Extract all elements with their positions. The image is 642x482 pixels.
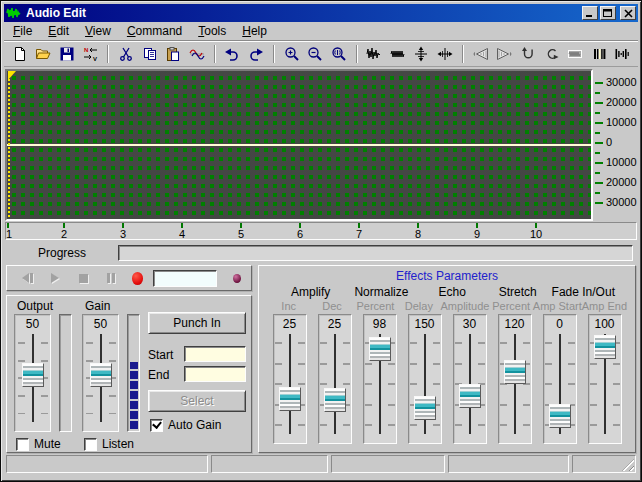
group-amplify-label: Amplify	[267, 285, 354, 300]
slider-thumb[interactable]	[369, 337, 391, 361]
param-delay-label: Delay	[397, 300, 440, 314]
time-stretch-icon[interactable]	[433, 43, 457, 65]
group-fade-label: Fade In/Out	[540, 285, 627, 300]
y-axis-label: 30000	[595, 196, 637, 208]
menu-edit[interactable]: Edit	[40, 22, 77, 40]
y-axis-label: 10000	[595, 116, 637, 128]
zoom-in-icon[interactable]	[280, 43, 304, 65]
gain-label: Gain	[85, 299, 110, 313]
slider-thumb[interactable]	[504, 360, 526, 384]
end-field[interactable]	[184, 366, 246, 382]
menu-view[interactable]: View	[77, 22, 119, 40]
gain-slider-thumb[interactable]	[90, 363, 112, 387]
save-icon[interactable]	[55, 43, 79, 65]
record-button[interactable]	[132, 272, 143, 285]
gain-slider[interactable]: 50	[82, 314, 119, 432]
slider-value: 150	[409, 315, 441, 331]
menu-command[interactable]: Command	[119, 22, 190, 40]
slider-thumb[interactable]	[414, 396, 436, 420]
svg-text:N: N	[84, 47, 88, 53]
waveform-display[interactable]	[5, 69, 593, 221]
output-value: 50	[15, 315, 50, 331]
amplify-dec-slider[interactable]: 25	[318, 314, 352, 444]
amplify-inc-slider[interactable]: 25	[273, 314, 307, 444]
menu-file[interactable]: File	[5, 22, 40, 40]
checkbox-icon[interactable]	[150, 419, 163, 432]
fade-amp-end-slider[interactable]: 100	[588, 314, 622, 444]
undo-icon[interactable]	[221, 43, 245, 65]
checkbox-icon[interactable]	[84, 438, 97, 451]
app-waveform-icon	[6, 7, 22, 20]
bottom-section: Output 50 Gain 50	[6, 265, 636, 453]
start-field[interactable]	[184, 346, 246, 362]
checkbox-icon[interactable]	[16, 438, 29, 451]
ruler-number: 4	[174, 228, 190, 240]
output-slider-thumb[interactable]	[22, 363, 44, 387]
output-slider[interactable]: 50	[14, 314, 51, 432]
loop-icon[interactable]	[540, 43, 564, 65]
amplitude-adjust-icon[interactable]	[410, 43, 434, 65]
param-percent-label: Percent	[354, 300, 397, 314]
group-normalize-label: Normalize	[354, 285, 408, 300]
slider-value: 120	[499, 315, 531, 331]
select-button[interactable]: Select	[148, 390, 246, 412]
group-echo-label: Echo	[408, 285, 495, 300]
group-stretch-label: Stretch	[496, 285, 540, 300]
wave-selection-icon[interactable]	[563, 43, 587, 65]
sample-convert-icon[interactable]: NV	[79, 43, 103, 65]
redo-icon[interactable]	[244, 43, 268, 65]
record-indicator-light	[233, 274, 241, 283]
copy-icon[interactable]	[138, 43, 162, 65]
noise-wave-icon[interactable]	[363, 43, 387, 65]
reverse-icon[interactable]	[516, 43, 540, 65]
listen-checkbox[interactable]: Listen	[84, 437, 134, 451]
auto-gain-checkbox[interactable]: Auto Gain	[150, 418, 221, 432]
open-file-icon[interactable]	[32, 43, 56, 65]
time-ruler[interactable]: 1 2 3 4 5 6 7 8 9 10	[5, 222, 637, 240]
paste-mix-icon[interactable]	[185, 43, 209, 65]
resize-grip[interactable]	[572, 455, 636, 473]
menu-tools[interactable]: Tools	[190, 22, 234, 40]
pause-button[interactable]	[100, 269, 121, 287]
stop-button[interactable]	[72, 269, 93, 287]
slider-thumb[interactable]	[279, 387, 301, 411]
play-button[interactable]	[45, 269, 66, 287]
level-meter-icon[interactable]	[610, 43, 634, 65]
cut-icon[interactable]	[114, 43, 138, 65]
insert-silence-icon[interactable]	[587, 43, 611, 65]
progress-bar	[118, 245, 633, 261]
slider-value: 30	[454, 315, 486, 331]
progress-label: Progress	[6, 246, 118, 260]
fade-amp-start-slider[interactable]: 0	[543, 314, 577, 444]
window-title: Audio Edit	[26, 6, 580, 20]
rewind-button[interactable]	[17, 269, 38, 287]
toolbar-separator	[356, 45, 358, 63]
fade-out-icon[interactable]	[469, 43, 493, 65]
minimize-button[interactable]	[582, 6, 598, 20]
playback-cursor[interactable]	[8, 71, 10, 219]
slider-thumb[interactable]	[324, 388, 346, 412]
time-field[interactable]	[153, 270, 217, 287]
gain-meter-level	[130, 362, 138, 429]
compress-wave-icon[interactable]	[386, 43, 410, 65]
fade-in-icon[interactable]	[492, 43, 516, 65]
new-file-icon[interactable]	[8, 43, 32, 65]
slider-thumb[interactable]	[459, 384, 481, 408]
maximize-button[interactable]	[600, 6, 616, 20]
paste-icon[interactable]	[161, 43, 185, 65]
stretch-percent-slider[interactable]: 120	[498, 314, 532, 444]
echo-amplitude-slider[interactable]: 30	[453, 314, 487, 444]
zero-amplitude-line	[7, 144, 591, 146]
zoom-out-icon[interactable]	[303, 43, 327, 65]
echo-delay-slider[interactable]: 150	[408, 314, 442, 444]
mute-checkbox[interactable]: Mute	[16, 437, 61, 451]
param-amp-start-label: Amp Start	[533, 300, 582, 314]
slider-thumb[interactable]	[594, 335, 616, 359]
toolbar-separator	[462, 45, 464, 63]
slider-thumb[interactable]	[549, 404, 571, 428]
normalize-percent-slider[interactable]: 98	[363, 314, 397, 444]
menu-help[interactable]: Help	[234, 22, 275, 40]
punch-in-button[interactable]: Punch In	[148, 312, 246, 334]
close-button[interactable]	[620, 6, 636, 20]
zoom-selection-icon[interactable]	[327, 43, 351, 65]
